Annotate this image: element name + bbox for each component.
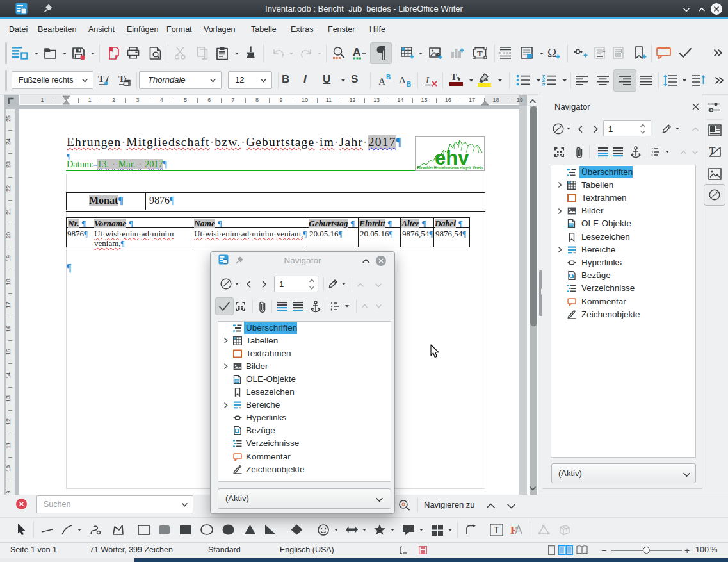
svg-text:A: A [399, 75, 406, 85]
svg-text:A: A [378, 76, 385, 87]
svg-text:T: T [451, 72, 457, 82]
svg-text:B: B [386, 74, 391, 81]
svg-text:3: 3 [542, 82, 544, 87]
svg-text:Ω: Ω [547, 46, 556, 60]
svg-text:Ehrwalder Heimatmuseum eingetr: Ehrwalder Heimatmuseum eingetr. Verein [417, 165, 483, 170]
svg-text:1: 1 [603, 47, 606, 53]
svg-text:T: T [98, 74, 104, 84]
svg-text:T: T [477, 49, 483, 58]
svg-text:F: F [510, 524, 517, 536]
svg-text:A: A [353, 46, 360, 58]
svg-text:T: T [494, 525, 499, 535]
svg-text:i: i [621, 48, 622, 54]
svg-text:I: I [425, 75, 430, 85]
svg-text:B: B [407, 81, 411, 87]
